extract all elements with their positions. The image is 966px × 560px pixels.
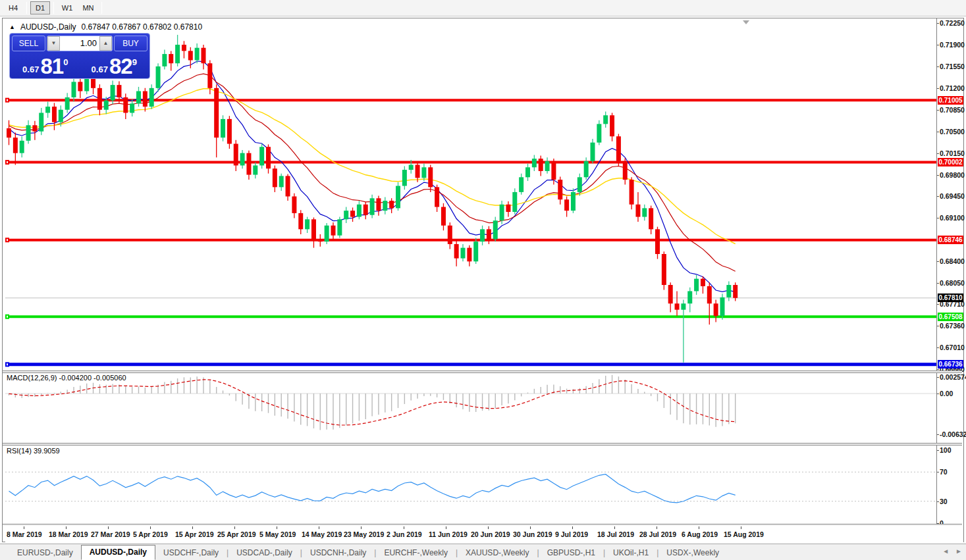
date-label: 28 Jul 2019 — [639, 530, 676, 538]
axis-tick — [937, 347, 939, 348]
axis-tick — [937, 261, 939, 262]
macd-histogram — [9, 375, 736, 430]
buy-button[interactable]: BUY — [114, 36, 148, 51]
price-tick-label: 0.70500 — [940, 128, 965, 136]
horizontal-lines — [5, 98, 936, 367]
price-axis[interactable]: 0.722500.719000.715500.712000.708500.705… — [936, 18, 963, 526]
chart-tab-eurchf-weekly[interactable]: EURCHF-,Weekly — [376, 546, 455, 560]
date-label: 14 May 2019 — [302, 530, 342, 538]
date-tick — [530, 526, 531, 529]
rsi-tick-label: 100 — [940, 446, 952, 454]
date-label: 11 Jun 2019 — [429, 530, 468, 538]
axis-tick — [937, 175, 939, 176]
chart-shift-marker-icon — [743, 20, 749, 24]
price-tick-label: 0.70150 — [940, 149, 965, 157]
hline-price-tag: 0.70002 — [938, 158, 963, 166]
timeframe-w1-button[interactable]: W1 — [57, 1, 77, 14]
pane-separator — [3, 524, 962, 526]
timeframe-toolbar: H4D1W1MN — [0, 0, 966, 16]
price-tick-label: 0.71900 — [940, 41, 965, 49]
pane-separator[interactable] — [3, 370, 962, 373]
date-label: 2 Jun 2019 — [387, 530, 422, 538]
price-tick-label: 0.69450 — [940, 192, 965, 200]
current-price-tag: 0.67810 — [938, 293, 963, 302]
date-tick — [108, 526, 109, 529]
chart-tab-audusd-daily[interactable]: AUDUSD-,Daily — [81, 545, 155, 560]
ask-main-digits: 82 — [109, 57, 132, 76]
hline-price-tag: 0.66736 — [938, 360, 963, 369]
date-label: 15 Aug 2019 — [724, 530, 764, 538]
date-label: 6 Aug 2019 — [682, 530, 718, 538]
axis-tick — [937, 45, 939, 45]
date-label: 5 May 2019 — [259, 530, 296, 538]
hline-price-tag: 0.67508 — [938, 313, 963, 321]
symbol-name: AUDUSD-,Daily — [20, 22, 76, 32]
sell-button[interactable]: SELL — [12, 36, 45, 51]
timeframe-h4-button[interactable]: H4 — [3, 1, 23, 14]
one-click-trading-panel: SELL ▼ 1.00 ▲ BUY 0.67 81 0 0.67 82 9 — [9, 33, 150, 79]
toolbar-separator — [101, 2, 102, 14]
date-tick — [361, 526, 362, 529]
rsi-indicator-label: RSI(14) 39.9059 — [7, 447, 60, 455]
ask-price[interactable]: 0.67 82 9 — [81, 53, 148, 78]
chart-tab-usdchf-daily[interactable]: USDCHF-,Daily — [155, 546, 227, 560]
volume-decrease-icon[interactable]: ▼ — [47, 36, 60, 51]
pane-separator[interactable] — [3, 443, 962, 445]
rsi-line — [9, 474, 736, 503]
date-tick — [446, 526, 446, 529]
chart-tab-usdcad-daily[interactable]: USDCAD-,Daily — [228, 546, 300, 560]
bid-price[interactable]: 0.67 81 0 — [12, 53, 79, 78]
tab-scroll-buttons: ◄ ► — [942, 547, 962, 555]
chart-tab-xauusd-weekly[interactable]: XAUUSD-,Weekly — [458, 546, 537, 560]
tab-scroll-left-icon[interactable]: ◄ — [942, 547, 949, 555]
chart-tab-ukoil-h1[interactable]: UKOil-,H1 — [605, 546, 657, 560]
date-tick — [699, 526, 699, 529]
axis-tick — [937, 132, 939, 132]
date-tick — [404, 526, 404, 529]
candlesticks — [7, 35, 738, 363]
date-tick — [657, 526, 657, 529]
chart-tab-gbpusd-h1[interactable]: GBPUSD-,H1 — [539, 546, 603, 560]
price-tick-label: 0.68400 — [940, 257, 965, 265]
toolbar-separator — [53, 2, 54, 14]
chart-window: ▲ AUDUSD-,Daily 0.67847 0.67867 0.67802 … — [2, 18, 964, 542]
price-tick-label: 0.68050 — [940, 279, 965, 287]
date-label: 18 Mar 2019 — [49, 530, 88, 538]
price-tick-label: 0.72250 — [940, 19, 965, 27]
date-tick — [614, 526, 615, 529]
date-tick — [741, 526, 741, 529]
macd-indicator-label: MACD(12,26,9) -0.004200 -0.005060 — [7, 374, 126, 382]
collapse-panel-icon[interactable]: ▲ — [9, 24, 15, 30]
ask-pip-digit: 9 — [132, 57, 137, 67]
timeframe-mn-button[interactable]: MN — [78, 1, 98, 14]
bid-prefix: 0.67 — [22, 64, 39, 74]
chart-tab-eurusd-daily[interactable]: EURUSD-,Daily — [9, 546, 81, 560]
volume-increase-icon[interactable]: ▲ — [99, 36, 112, 51]
date-axis[interactable]: 8 Mar 201918 Mar 201927 Mar 20195 Apr 20… — [5, 526, 963, 542]
price-chart-canvas[interactable] — [5, 18, 936, 526]
tab-scroll-right-icon[interactable]: ► — [955, 547, 962, 555]
axis-tick — [937, 283, 939, 284]
macd-tick-label: 0.00 — [940, 390, 953, 397]
date-tick — [572, 526, 573, 529]
volume-stepper: ▼ 1.00 ▲ — [47, 36, 113, 51]
timeframe-d1-button[interactable]: D1 — [30, 1, 50, 14]
date-tick — [66, 526, 67, 529]
bid-main-digits: 81 — [40, 57, 63, 76]
axis-tick — [937, 472, 939, 472]
date-tick — [24, 526, 24, 529]
axis-tick — [937, 66, 939, 67]
chart-tab-usdx-weekly[interactable]: USDX-,Weekly — [658, 546, 727, 560]
date-label: 18 Jul 2019 — [597, 530, 634, 538]
price-tick-label: 0.69100 — [940, 214, 965, 222]
chart-plot-area[interactable] — [5, 18, 936, 526]
date-label: 5 Apr 2019 — [133, 530, 168, 538]
chart-tab-usdcnh-daily[interactable]: USDCNH-,Daily — [302, 546, 374, 560]
price-tick-label: 0.67360 — [940, 322, 965, 330]
date-tick — [488, 526, 489, 529]
volume-value[interactable]: 1.00 — [60, 36, 99, 51]
axis-tick — [937, 394, 939, 394]
date-tick — [192, 526, 193, 529]
price-tick-label: 0.71200 — [940, 84, 965, 92]
chart-tab-bar: EURUSD-,DailyAUDUSD-,DailyUSDCHF-,Daily|… — [0, 544, 966, 560]
